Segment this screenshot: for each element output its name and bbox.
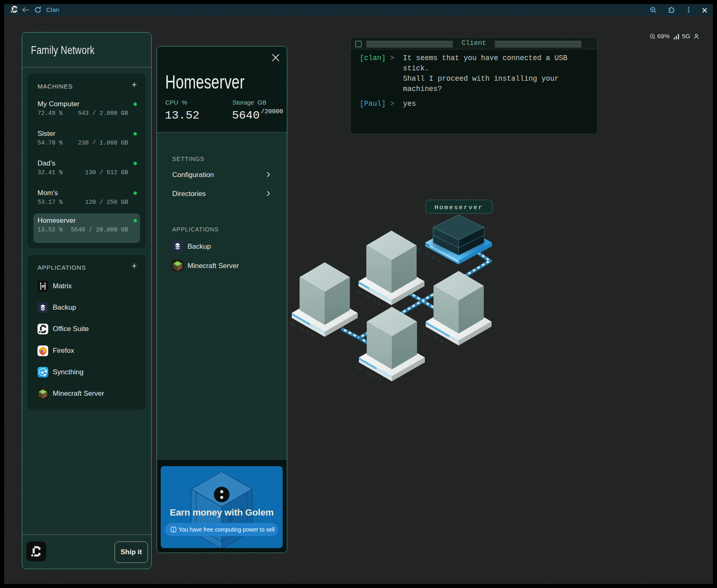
svg-text:Homeserver: Homeserver (434, 204, 483, 211)
